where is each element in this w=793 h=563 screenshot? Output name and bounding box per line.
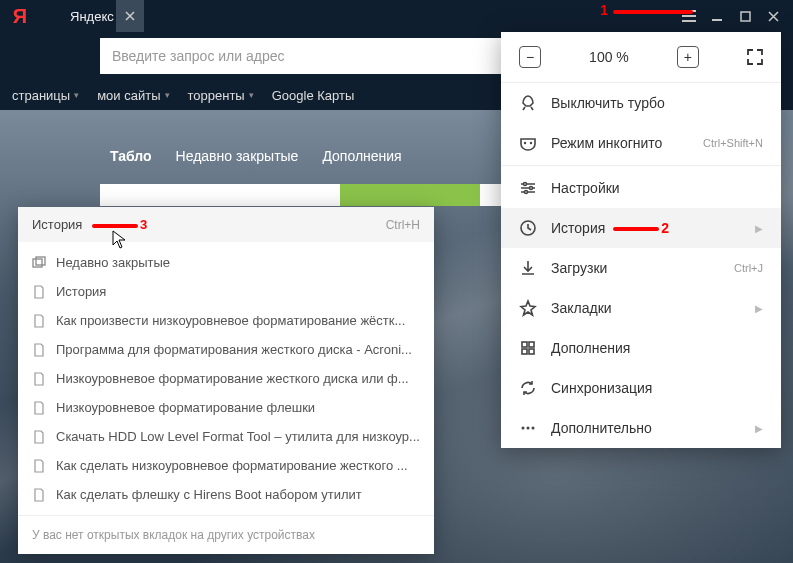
bookmark-pages[interactable]: страницы▾ <box>12 88 79 103</box>
page-icon <box>32 285 46 299</box>
menu-item-label: Закладки <box>551 300 741 316</box>
menu-item-settings[interactable]: Настройки <box>501 168 781 208</box>
page-icon <box>32 343 46 357</box>
bookmark-label: мои сайты <box>97 88 160 103</box>
menu-item-label: Дополнительно <box>551 420 741 436</box>
chevron-down-icon: ▾ <box>74 90 79 100</box>
svg-point-3 <box>524 142 526 144</box>
menu-item-label: Загрузки <box>551 260 720 276</box>
history-item-label: Скачать HDD Low Level Format Tool – утил… <box>56 429 420 444</box>
svg-rect-2 <box>36 257 45 265</box>
minimize-button[interactable] <box>709 8 725 24</box>
menu-shortcut: Ctrl+J <box>734 262 763 274</box>
zoom-out-button[interactable]: − <box>519 46 541 68</box>
menu-item-mask[interactable]: Режим инкогнитоCtrl+Shift+N <box>501 123 781 163</box>
bookmark-mysites[interactable]: мои сайты▾ <box>97 88 169 103</box>
annotation-2-line <box>613 227 659 231</box>
history-flyout-footer: У вас нет открытых вкладок на других уст… <box>18 515 434 554</box>
tab-recently-closed[interactable]: Недавно закрытые <box>176 148 299 164</box>
titlebar: Я Яндекс <box>0 0 793 32</box>
history-item[interactable]: Скачать HDD Low Level Format Tool – утил… <box>18 422 434 451</box>
menu-item-download[interactable]: ЗагрузкиCtrl+J <box>501 248 781 288</box>
rocket-icon <box>519 94 537 112</box>
bookmark-label: страницы <box>12 88 70 103</box>
tab-title: Яндекс <box>70 9 114 24</box>
menu-item-label: Дополнения <box>551 340 763 356</box>
zoom-value: 100 % <box>589 49 629 65</box>
history-item-label: История <box>56 284 106 299</box>
svg-point-15 <box>532 427 535 430</box>
history-item[interactable]: Низкоуровневое форматирование жесткого д… <box>18 364 434 393</box>
fullscreen-icon <box>747 49 763 65</box>
addon-icon <box>519 339 537 357</box>
history-item-label: Как сделать флешку с Hirens Boot набором… <box>56 487 362 502</box>
page-icon <box>32 401 46 415</box>
main-menu: − 100 % + Выключить турбоРежим инкогнито… <box>501 32 781 448</box>
browser-window: Я Яндекс 1 Введите запрос ил <box>0 0 793 563</box>
history-item[interactable]: Как сделать низкоуровневое форматировани… <box>18 451 434 480</box>
browser-tab[interactable]: Яндекс <box>40 0 144 32</box>
annotation-3-line <box>92 224 138 228</box>
page-icon <box>32 488 46 502</box>
close-window-button[interactable] <box>765 8 781 24</box>
history-title-text: История <box>32 217 82 232</box>
mask-icon <box>519 134 537 152</box>
bookmark-torrents[interactable]: торренты▾ <box>188 88 254 103</box>
page-icon <box>32 314 46 328</box>
menu-item-label: История2 <box>551 220 741 236</box>
maximize-button[interactable] <box>737 8 753 24</box>
zoom-in-button[interactable]: + <box>677 46 699 68</box>
history-item-label: Как произвести низкоуровневое форматиров… <box>56 313 405 328</box>
bookmark-google-maps[interactable]: Google Карты <box>272 88 355 103</box>
history-item[interactable]: Низкоуровневое форматирование флешки <box>18 393 434 422</box>
window-controls <box>681 0 793 32</box>
history-item[interactable]: Как сделать флешку с Hirens Boot набором… <box>18 480 434 509</box>
address-placeholder: Введите запрос или адрес <box>112 48 285 64</box>
minimize-icon <box>711 10 723 22</box>
history-item[interactable]: Недавно закрытые <box>18 248 434 277</box>
menu-item-star[interactable]: Закладки▶ <box>501 288 781 328</box>
svg-point-5 <box>524 183 527 186</box>
menu-item-dots[interactable]: Дополнительно▶ <box>501 408 781 448</box>
star-icon <box>519 299 537 317</box>
annotation-1-label: 1 <box>600 2 608 18</box>
menu-item-clock[interactable]: История2▶ <box>501 208 781 248</box>
history-flyout-header[interactable]: История 3 Ctrl+H <box>18 207 434 242</box>
history-item-label: Недавно закрытые <box>56 255 170 270</box>
menu-item-addon[interactable]: Дополнения <box>501 328 781 368</box>
tab-close-button[interactable] <box>116 0 144 32</box>
chevron-right-icon: ▶ <box>755 223 763 234</box>
history-item-label: Программа для форматирования жесткого ди… <box>56 342 412 357</box>
svg-rect-12 <box>529 349 534 354</box>
tablo-tile[interactable] <box>340 184 480 206</box>
fullscreen-button[interactable] <box>747 49 763 65</box>
menu-separator <box>501 165 781 166</box>
svg-rect-10 <box>529 342 534 347</box>
history-list: Недавно закрытыеИсторияКак произвести ни… <box>18 242 434 515</box>
chevron-down-icon: ▾ <box>249 90 254 100</box>
tab-addons[interactable]: Дополнения <box>322 148 401 164</box>
history-item[interactable]: Программа для форматирования жесткого ди… <box>18 335 434 364</box>
history-item[interactable]: История <box>18 277 434 306</box>
chevron-right-icon: ▶ <box>755 423 763 434</box>
chevron-right-icon: ▶ <box>755 303 763 314</box>
menu-item-rocket[interactable]: Выключить турбо <box>501 83 781 123</box>
yandex-logo: Я <box>0 0 40 32</box>
menu-item-label: Настройки <box>551 180 763 196</box>
settings-icon <box>519 179 537 197</box>
svg-rect-1 <box>33 259 42 267</box>
maximize-icon <box>740 11 751 22</box>
svg-rect-0 <box>741 12 750 21</box>
chevron-down-icon: ▾ <box>165 90 170 100</box>
page-icon <box>32 430 46 444</box>
svg-point-6 <box>530 187 533 190</box>
history-item[interactable]: Как произвести низкоуровневое форматиров… <box>18 306 434 335</box>
page-icon <box>32 372 46 386</box>
close-icon <box>768 11 779 22</box>
menu-item-sync[interactable]: Синхронизация <box>501 368 781 408</box>
annotation-1-line <box>613 10 693 14</box>
clock-icon <box>519 219 537 237</box>
close-icon <box>125 11 135 21</box>
history-flyout: История 3 Ctrl+H Недавно закрытыеИстория… <box>18 207 434 554</box>
tab-tablo[interactable]: Табло <box>110 148 152 164</box>
